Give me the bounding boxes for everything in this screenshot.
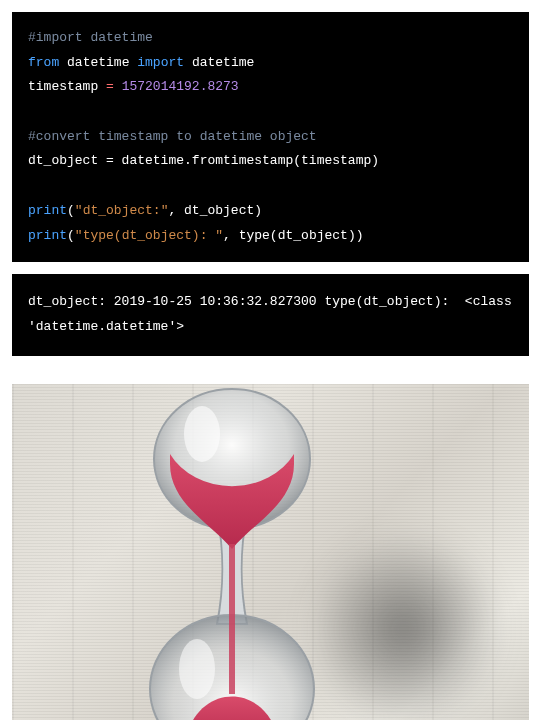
hourglass-icon [132, 384, 332, 720]
kw-import: import [137, 55, 184, 70]
number-literal: 1572014192.8273 [122, 79, 239, 94]
svg-point-3 [184, 406, 220, 462]
operator: = [98, 79, 121, 94]
paren: ( [67, 203, 75, 218]
var-name: timestamp [28, 79, 98, 94]
module-name: datetime [192, 55, 254, 70]
output-text: dt_object: 2019-10-25 10:36:32.827300 ty… [28, 294, 520, 334]
paren: ( [67, 228, 75, 243]
code-rest: , dt_object) [168, 203, 262, 218]
svg-rect-2 [229, 544, 235, 694]
output-block: dt_object: 2019-10-25 10:36:32.827300 ty… [12, 274, 529, 355]
code-block: #import datetime from datetime import da… [12, 12, 529, 262]
fn-print: print [28, 228, 67, 243]
string-literal: "type(dt_object): " [75, 228, 223, 243]
code-comment: #import datetime [28, 30, 153, 45]
kw-from: from [28, 55, 59, 70]
string-literal: "dt_object:" [75, 203, 169, 218]
fn-print: print [28, 203, 67, 218]
hourglass-image: AAA教育 [12, 384, 529, 720]
code-line: dt_object = datetime.fromtimestamp(times… [28, 153, 379, 168]
module-name: datetime [67, 55, 129, 70]
code-comment: #convert timestamp to datetime object [28, 129, 317, 144]
svg-point-4 [179, 639, 215, 699]
code-rest: , type(dt_object)) [223, 228, 363, 243]
